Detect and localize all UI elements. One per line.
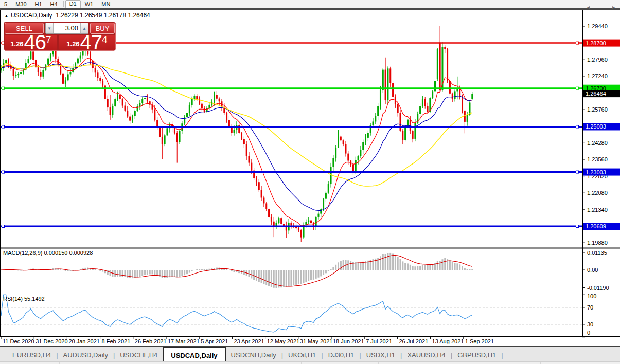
chart-ohlc-values: 1.26229 1.26549 1.26178 1.26464 [56, 12, 150, 19]
sell-price-pips: 46 [24, 35, 46, 50]
buy-price-prefix: 1.26 [66, 40, 79, 48]
symbol-tabbar: EURUSD,H4|AUDUSD,Daily|USDCHF,H4USDCAD,D… [0, 346, 620, 362]
hline-handle [576, 225, 579, 228]
volume-decrease-icon[interactable]: ▼ [46, 23, 54, 33]
macd-tick-label: -0.01190 [587, 285, 609, 291]
buy-button[interactable]: BUY [90, 23, 115, 34]
sell-price-prefix: 1.26 [10, 40, 23, 48]
hline-handle [2, 171, 5, 173]
date-tick-label: 31 May 2021 [300, 338, 333, 344]
timeframe-toolbar: 5M30H1H4D1W1MN [0, 0, 620, 8]
timeframe-button-mn[interactable]: MN [97, 0, 114, 8]
macd-indicator-values: 0.000150 0.000928 [44, 250, 93, 256]
rsi-tick-label: 0 [587, 330, 590, 336]
hline-handle [576, 125, 579, 128]
statusbar-divider [301, 362, 302, 364]
price-tick-label: 1.23560 [587, 156, 608, 162]
rsi-tick-label: 70 [587, 304, 593, 311]
rsi-indicator-value: 55.1492 [24, 296, 45, 302]
date-tick-label: 5 Apr 2021 [201, 338, 228, 344]
toolbar-separator [63, 1, 64, 7]
rsi-indicator-name: RSI(14) [3, 296, 23, 302]
date-tick-label: 8 Feb 2021 [102, 338, 131, 344]
price-tick-label: 1.27960 [587, 57, 608, 63]
macd-pane-label: MACD(12,26,9) 0.000150 0.000928 [3, 250, 93, 256]
tab-usdchf-h4[interactable]: USDCHF,H4 [115, 347, 163, 362]
tab-gbpusd-h1[interactable]: GBPUSD,H1 [452, 347, 501, 362]
buy-price-display[interactable]: 1.26474 [59, 35, 115, 50]
statusbar-divider [170, 362, 170, 364]
hline-handle [2, 225, 5, 228]
date-tick-label: 7 Jul 2021 [366, 338, 392, 344]
date-tick-label: 26 Feb 2021 [135, 338, 167, 344]
sell-price-display[interactable]: 1.26467 [5, 35, 57, 50]
svg-text:1.23003: 1.23003 [586, 169, 606, 175]
price-tick-label: 1.22080 [587, 190, 608, 196]
tab-scroll-left-icon[interactable]: ◂ [587, 4, 590, 10]
hline-handle [2, 87, 5, 89]
date-tick-label: 13 Aug 2021 [432, 338, 464, 344]
price-tick-label: 1.24280 [587, 140, 608, 146]
ma-25-line [1, 63, 472, 211]
date-tick-label: 20 Jan 2021 [68, 338, 100, 344]
hline-handle [576, 42, 579, 44]
ma-10-line [1, 59, 472, 226]
price-tick-label: 1.19880 [587, 240, 608, 246]
tab-usdcnh-daily[interactable]: USDCNH,Daily [226, 347, 281, 362]
date-tick-label: 1 Sep 2021 [465, 338, 494, 344]
tab-scroll-arrows: ◂ ▸ [587, 4, 615, 10]
svg-text:1.28700: 1.28700 [586, 40, 606, 46]
macd-tick-label: 0.01135 [587, 250, 607, 256]
volume-input[interactable]: 3.00 [54, 23, 80, 33]
chart-title: ▲USDCAD,Daily 1.26229 1.26549 1.26178 1.… [4, 12, 150, 19]
date-tick-label: 11 Dec 2020 [3, 338, 34, 344]
buy-price-point: 4 [102, 35, 108, 44]
timeframe-button-5[interactable]: 5 [0, 0, 11, 8]
trading-terminal: 5M30H1H4D1W1MN 1.294401.279601.272401.25… [0, 0, 620, 364]
timeframe-button-w1[interactable]: W1 [81, 0, 98, 8]
date-tick-label: 18 Jun 2021 [333, 338, 364, 344]
tab-xauusd-h4[interactable]: XAUUSD,H4 [402, 347, 450, 362]
volume-increase-icon[interactable]: ▲ [80, 23, 88, 33]
timeframe-button-d1[interactable]: D1 [65, 0, 81, 8]
statusbar-divider [59, 362, 60, 364]
status-bar [0, 361, 620, 364]
tab-usdx-h1[interactable]: USDX,H1 [361, 347, 400, 362]
hline-handle [576, 87, 579, 89]
volume-spinner: ▼ 3.00 ▲ [45, 23, 88, 34]
tab-eurusd-h4[interactable]: EURUSD,H4 [7, 347, 56, 362]
tab-usdcad-daily[interactable]: USDCAD,Daily [163, 347, 225, 363]
rsi-tick-label: 100 [587, 293, 596, 299]
tab-ukoil-h1[interactable]: UKOil,H1 [283, 347, 321, 362]
rsi-line [1, 295, 472, 332]
statusbar-divider [540, 362, 541, 364]
tab-dj30-h1[interactable]: DJ30,H1 [323, 347, 360, 362]
date-tick-label: 12 May 2021 [267, 338, 300, 344]
price-tick-label: 1.21340 [587, 207, 608, 213]
hline-handle [576, 171, 579, 173]
date-tick-label: 17 Mar 2021 [168, 338, 200, 344]
price-tick-label: 1.29440 [587, 23, 608, 29]
svg-text:1.20609: 1.20609 [586, 223, 606, 229]
tab-scroll-right-icon[interactable]: ▸ [612, 4, 615, 10]
candles-layer [1, 26, 473, 242]
timeframe-button-h1[interactable]: H1 [31, 0, 46, 8]
collapse-chart-icon[interactable]: ▲ [4, 13, 9, 19]
date-tick-label: 23 Apr 2021 [234, 338, 264, 344]
timeframe-button-h4[interactable]: H4 [46, 0, 62, 8]
macd-tick-label: 0.00 [587, 267, 598, 273]
statusbar-divider [378, 362, 379, 364]
svg-text:1.26464: 1.26464 [586, 90, 606, 97]
chart-canvas[interactable]: 1.294401.279601.272401.257601.242801.235… [0, 10, 620, 347]
date-tick-label: 31 Dec 2020 [36, 338, 67, 344]
tab-audusd-daily[interactable]: AUDUSD,Daily [58, 347, 113, 362]
buy-price-pips: 47 [80, 35, 102, 50]
timeframe-button-m30[interactable]: M30 [11, 0, 30, 8]
sell-button[interactable]: SELL [5, 23, 44, 34]
tab-separator: | [501, 351, 503, 359]
rsi-pane-label: RSI(14) 55.1492 [3, 296, 45, 302]
date-tick-label: 26 Jul 2021 [399, 338, 428, 344]
macd-indicator-name: MACD(12,26,9) [3, 250, 42, 256]
rsi-tick-label: 30 [587, 321, 593, 327]
macd-signal-line [1, 256, 472, 286]
